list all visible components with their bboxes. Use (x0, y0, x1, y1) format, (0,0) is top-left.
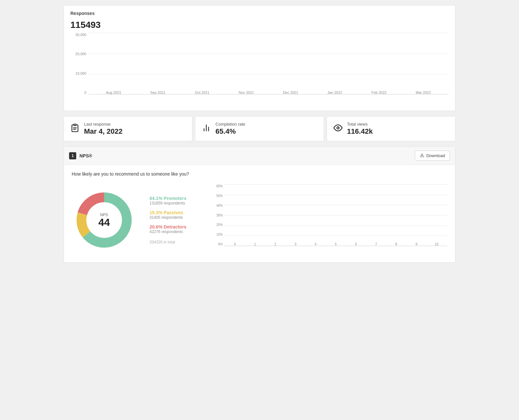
bar-group: Sep 2021 (136, 89, 180, 94)
y-label-30k: 30,000 (70, 33, 88, 37)
nps-bar-group: 6 (346, 241, 365, 246)
nps-y-axis: 0% 10% 20% 30% 40% 50% 60% (214, 184, 224, 246)
page-container: Responses 115493 0 10,000 20,000 30,000 … (58, 0, 461, 268)
responses-bar-chart: 0 10,000 20,000 30,000 Aug 2021 Sep 2021… (70, 33, 449, 104)
bar-x-label: Mar 2022 (416, 91, 431, 94)
bars-container: Aug 2021 Sep 2021 Oct 2021 Nov 2021 Dec … (88, 33, 449, 94)
y-label-20k: 20,000 (70, 52, 88, 56)
bar-x-label: Dec 2021 (283, 91, 298, 94)
responses-section-title: Responses (70, 11, 449, 16)
svg-point-7 (338, 127, 339, 128)
nps-bar-group: 5 (326, 241, 345, 246)
nps-bar-chart: 0% 10% 20% 30% 40% 50% 60% (214, 184, 447, 256)
nps-body: How likely are you to recommend us to so… (64, 165, 455, 262)
bar-x-label: Sep 2021 (150, 91, 165, 94)
download-button[interactable]: Download (415, 151, 450, 161)
nps-bar-group: 9 (407, 241, 426, 246)
y-axis: 0 10,000 20,000 30,000 (70, 33, 88, 94)
total-views-content: Total views 116.42k (347, 122, 373, 136)
nps-bar-group: 1 (246, 241, 264, 246)
nps-total: 204320 in total (150, 240, 201, 244)
bar-group: Aug 2021 (91, 89, 136, 94)
total-views-label: Total views (347, 122, 373, 127)
clipboard-icon (70, 123, 79, 134)
bar-x-label: Feb 2022 (371, 91, 386, 94)
nps-bar-group: 4 (306, 241, 325, 246)
nps-card: 1 NPS® Download How likely are you to re… (64, 146, 455, 263)
nps-title: NPS® (79, 153, 92, 158)
donut-chart: NPS 44 (72, 188, 137, 253)
passives-pct: 15.3% Passives (150, 210, 201, 215)
promoters-pct: 64.1% Promoters (150, 196, 201, 201)
nps-question-text: How likely are you to recommend us to so… (72, 171, 447, 177)
promoters-legend: 64.1% Promoters 131859 respondents (150, 196, 201, 205)
detractors-pct: 20.6% Detractors (150, 224, 201, 229)
nps-bar-group: 7 (367, 241, 385, 246)
nps-y-40: 40% (214, 204, 224, 207)
donut-nps-score: 44 (98, 217, 110, 228)
y-label-0: 0 (70, 91, 88, 94)
bar-group: Feb 2022 (357, 89, 401, 94)
bar-x-label: Jan 2022 (327, 91, 342, 94)
nps-bar-group: 8 (387, 241, 406, 246)
promoters-count: 131859 respondents (150, 201, 201, 205)
bar-group: Dec 2021 (269, 89, 313, 94)
nps-bar-group: 2 (266, 241, 284, 246)
bar-group: Oct 2021 (180, 89, 224, 94)
responses-card: Responses 115493 0 10,000 20,000 30,000 … (64, 5, 455, 111)
detractors-legend: 20.6% Detractors 42276 respondents (150, 224, 201, 234)
nps-y-60: 60% (214, 184, 224, 188)
bar-group: Mar 2022 (401, 89, 445, 94)
total-responses-count: 115493 (70, 20, 449, 30)
y-label-10k: 10,000 (70, 71, 88, 75)
nps-header: 1 NPS® Download (64, 147, 455, 165)
last-response-card: Last response Mar 4, 2022 (64, 116, 192, 141)
completion-rate-label: Completion rate (215, 122, 245, 127)
bar-group: Nov 2021 (224, 89, 268, 94)
eye-icon (333, 123, 343, 134)
nps-y-10: 10% (214, 233, 224, 236)
nps-bar-group: 3 (286, 241, 305, 246)
nps-bar-group: 0 (225, 241, 244, 246)
nps-y-20: 20% (214, 223, 224, 227)
total-views-card: Total views 116.42k (327, 116, 455, 141)
nps-legend: 64.1% Promoters 131859 respondents 15.3%… (150, 196, 201, 244)
stats-row: Last response Mar 4, 2022 Completion rat… (64, 116, 455, 141)
download-label: Download (426, 153, 445, 158)
nps-header-left: 1 NPS® (69, 152, 92, 159)
passives-legend: 15.3% Passives 31405 respondents (150, 210, 201, 220)
detractors-count: 42276 respondents (150, 229, 201, 234)
nps-y-0: 0% (214, 242, 224, 246)
bar-x-label: Oct 2021 (195, 91, 210, 94)
nps-content: NPS 44 64.1% Promoters 131859 respondent… (72, 184, 447, 256)
nps-bars-container: 0 1 2 3 4 5 6 7 8 9 10 (224, 184, 447, 246)
nps-question-number: 1 (69, 152, 76, 159)
bar-x-label: Aug 2021 (106, 91, 121, 94)
bar-group: Jan 2022 (313, 89, 357, 94)
completion-rate-card: Completion rate 65.4% (195, 116, 324, 141)
completion-rate-content: Completion rate 65.4% (215, 122, 245, 136)
last-response-content: Last response Mar 4, 2022 (84, 122, 123, 136)
donut-center: NPS 44 (98, 213, 110, 228)
last-response-label: Last response (84, 122, 123, 127)
nps-y-30: 30% (214, 214, 224, 217)
bar-x-label: Nov 2021 (239, 91, 254, 94)
completion-rate-value: 65.4% (215, 127, 245, 136)
nps-bar-group: 10 (427, 241, 446, 246)
nps-x-axis-line (224, 246, 447, 246)
nps-y-50: 50% (214, 194, 224, 198)
svg-rect-0 (74, 124, 76, 126)
passives-count: 31405 respondents (150, 215, 201, 220)
total-views-value: 116.42k (347, 127, 373, 136)
download-icon (420, 153, 424, 158)
last-response-value: Mar 4, 2022 (84, 127, 123, 136)
bar-chart-icon (202, 123, 211, 134)
